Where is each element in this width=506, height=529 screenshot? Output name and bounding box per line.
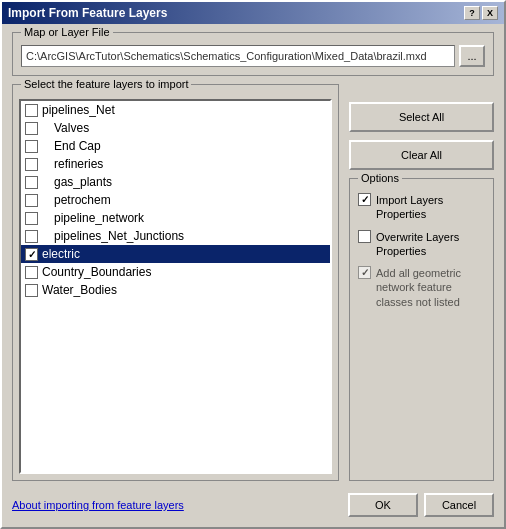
layer-item-label: End Cap — [42, 139, 101, 153]
help-button[interactable]: ? — [464, 6, 480, 20]
layers-list-box[interactable]: pipelines_NetValvesEnd Caprefineriesgas_… — [19, 99, 332, 474]
layer-item[interactable]: Water_Bodies — [21, 281, 330, 299]
layer-item-label: pipelines_Net — [42, 103, 115, 117]
title-bar: Import From Feature Layers ? X — [2, 2, 504, 24]
layer-checkbox[interactable] — [25, 230, 38, 243]
overwrite-layers-props-label: Overwrite Layers Properties — [376, 230, 485, 259]
layer-checkbox[interactable] — [25, 176, 38, 189]
layer-item[interactable]: petrochem — [21, 191, 330, 209]
main-content-row: Select the feature layers to import pipe… — [12, 84, 494, 481]
layer-item-label: refineries — [42, 157, 103, 171]
window-body: Map or Layer File ... Select the feature… — [2, 24, 504, 527]
overwrite-layers-props-checkbox[interactable] — [358, 230, 371, 243]
import-layers-props-checkbox[interactable] — [358, 193, 371, 206]
main-window: Import From Feature Layers ? X Map or La… — [0, 0, 506, 529]
options-group: Options Import Layers Properties Overwri… — [349, 178, 494, 481]
layer-item-label: pipelines_Net_Junctions — [42, 229, 184, 243]
about-link[interactable]: About importing from feature layers — [12, 499, 184, 511]
right-section: Select All Clear All Options Import Laye… — [349, 84, 494, 481]
layer-item[interactable]: gas_plants — [21, 173, 330, 191]
layer-item[interactable]: End Cap — [21, 137, 330, 155]
layer-checkbox[interactable] — [25, 284, 38, 297]
layer-checkbox[interactable] — [25, 140, 38, 153]
clear-all-button[interactable]: Clear All — [349, 140, 494, 170]
layer-item[interactable]: refineries — [21, 155, 330, 173]
layer-item-label: Water_Bodies — [42, 283, 117, 297]
title-bar-left: Import From Feature Layers — [8, 6, 167, 20]
select-all-button[interactable]: Select All — [349, 102, 494, 132]
cancel-button[interactable]: Cancel — [424, 493, 494, 517]
layer-item[interactable]: pipeline_network — [21, 209, 330, 227]
map-file-group: Map or Layer File ... — [12, 32, 494, 76]
layer-item-label: Country_Boundaries — [42, 265, 151, 279]
layer-checkbox[interactable] — [25, 194, 38, 207]
add-geometric-label: Add all geometric network feature classe… — [376, 266, 485, 309]
ok-button[interactable]: OK — [348, 493, 418, 517]
import-layers-props-label: Import Layers Properties — [376, 193, 485, 222]
layers-group: Select the feature layers to import pipe… — [12, 84, 339, 481]
map-file-row: ... — [21, 45, 485, 67]
layer-item-label: pipeline_network — [42, 211, 144, 225]
footer: About importing from feature layers OK C… — [12, 489, 494, 519]
map-file-input[interactable] — [21, 45, 455, 67]
add-geometric-checkbox — [358, 266, 371, 279]
layers-section: Select the feature layers to import pipe… — [12, 84, 339, 481]
layer-checkbox[interactable] — [25, 158, 38, 171]
add-geometric-row: Add all geometric network feature classe… — [358, 266, 485, 309]
layer-checkbox[interactable] — [25, 266, 38, 279]
browse-button[interactable]: ... — [459, 45, 485, 67]
layers-group-label: Select the feature layers to import — [21, 78, 191, 90]
map-file-group-label: Map or Layer File — [21, 26, 113, 38]
layer-checkbox[interactable] — [25, 212, 38, 225]
close-button[interactable]: X — [482, 6, 498, 20]
layer-item[interactable]: pipelines_Net — [21, 101, 330, 119]
layer-item[interactable]: Country_Boundaries — [21, 263, 330, 281]
layer-item[interactable]: electric — [21, 245, 330, 263]
import-layers-props-row: Import Layers Properties — [358, 193, 485, 222]
title-bar-controls: ? X — [464, 6, 498, 20]
window-title: Import From Feature Layers — [8, 6, 167, 20]
layer-item[interactable]: pipelines_Net_Junctions — [21, 227, 330, 245]
layer-checkbox[interactable] — [25, 122, 38, 135]
layer-item-label: gas_plants — [42, 175, 112, 189]
layer-checkbox[interactable] — [25, 104, 38, 117]
layer-item-label: Valves — [42, 121, 89, 135]
options-group-label: Options — [358, 172, 402, 184]
layer-item-label: electric — [42, 247, 80, 261]
layer-checkbox[interactable] — [25, 248, 38, 261]
overwrite-layers-props-row: Overwrite Layers Properties — [358, 230, 485, 259]
layer-item[interactable]: Valves — [21, 119, 330, 137]
footer-buttons: OK Cancel — [348, 493, 494, 517]
layer-item-label: petrochem — [42, 193, 111, 207]
